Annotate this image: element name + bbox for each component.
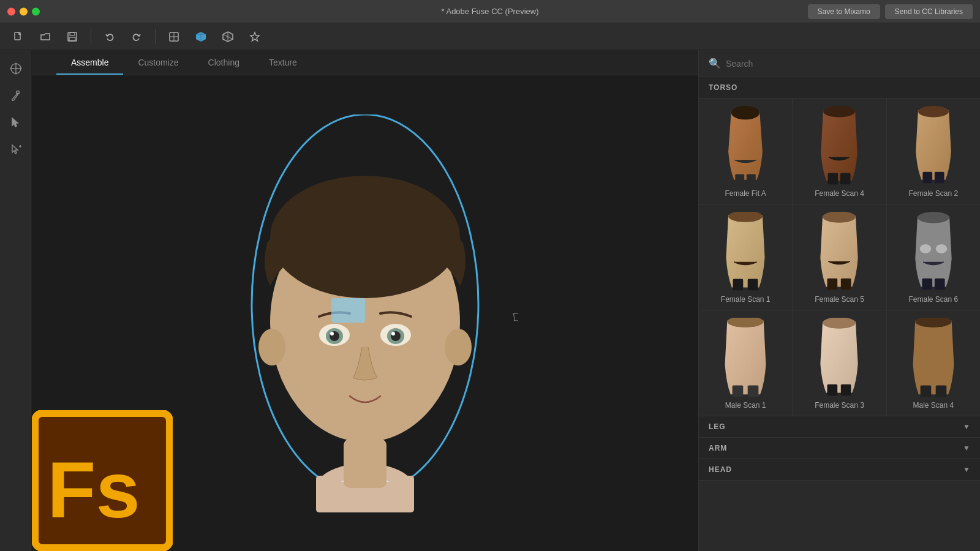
svg-point-66 [920, 244, 932, 253]
svg-point-21 [20, 68, 21, 70]
tab-customize[interactable]: Customize [123, 50, 193, 75]
torso-section-header[interactable]: TORSO [699, 77, 980, 99]
svg-rect-75 [920, 386, 931, 397]
part-female-scan-6[interactable]: Female Scan 6 [887, 204, 980, 310]
part-female-scan-3[interactable]: Female Scan 3 [793, 310, 886, 416]
arm-chevron: ▼ [963, 444, 970, 452]
head-label: HEAD [709, 465, 732, 474]
send-cc-button[interactable]: Send to CC Libraries [885, 4, 973, 19]
part-thumbnail [802, 212, 876, 291]
undo-icon[interactable] [101, 28, 118, 45]
search-input[interactable] [726, 59, 970, 69]
leg-section-header[interactable]: LEG ▼ [699, 416, 980, 438]
svg-rect-61 [827, 279, 838, 290]
svg-rect-52 [828, 173, 839, 185]
part-female-scan-5[interactable]: Female Scan 5 [793, 204, 886, 310]
svg-rect-53 [840, 173, 851, 185]
sidebar-paint-icon[interactable] [5, 84, 27, 107]
toolbar-divider-1 [91, 29, 91, 44]
leg-section: LEG ▼ [699, 416, 980, 438]
part-male-scan-1[interactable]: Male Scan 1 [699, 310, 792, 416]
svg-point-32 [258, 329, 285, 365]
canvas-area[interactable]: ☞ Fs [32, 75, 698, 551]
svg-point-51 [823, 106, 855, 118]
part-thumbnail [802, 106, 876, 186]
torso-grid: Female Fit A Female Scan [699, 99, 980, 416]
svg-point-54 [918, 106, 949, 118]
mesh-view-icon[interactable] [165, 28, 183, 45]
save-mixamo-button[interactable]: Save to Mixamo [808, 4, 880, 19]
new-icon[interactable] [10, 28, 27, 45]
head-section-header[interactable]: HEAD ▼ [699, 459, 980, 481]
part-thumbnail [897, 318, 970, 397]
maximize-button[interactable] [32, 7, 40, 15]
sidebar-transform-icon[interactable] [5, 58, 27, 80]
solid-cube-icon[interactable] [192, 28, 209, 45]
svg-marker-14 [251, 32, 259, 41]
leg-chevron: ▼ [963, 422, 970, 431]
torso-label: TORSO [709, 83, 737, 92]
svg-point-67 [936, 244, 948, 253]
arm-label: ARM [709, 444, 727, 452]
svg-rect-73 [841, 384, 851, 396]
head-chevron: ▼ [963, 465, 970, 474]
part-female-scan-1[interactable]: Female Scan 1 [699, 204, 792, 310]
minimize-button[interactable] [20, 7, 28, 15]
sidebar-select-icon[interactable] [5, 111, 27, 133]
close-button[interactable] [7, 7, 15, 15]
part-label: Male Scan 1 [725, 401, 766, 410]
svg-point-63 [918, 212, 949, 223]
tab-assemble[interactable]: Assemble [56, 50, 123, 75]
window-title: * Adobe Fuse CC (Preview) [442, 7, 539, 16]
part-female-scan-4[interactable]: Female Scan 4 [793, 99, 886, 204]
viewport[interactable]: Assemble Customize Clothing Texture [32, 50, 698, 551]
torso-section: TORSO Female Fit A [699, 77, 980, 416]
part-female-scan-2[interactable]: Female Scan 2 [887, 99, 980, 204]
arm-section-header[interactable]: ARM ▼ [699, 438, 980, 459]
tab-clothing[interactable]: Clothing [194, 50, 254, 75]
toolbar-divider-2 [155, 29, 156, 44]
svg-point-42 [391, 332, 395, 335]
svg-point-20 [10, 68, 12, 70]
part-label: Female Scan 4 [815, 189, 864, 198]
adobe-fuse-logo: Fs [32, 410, 173, 551]
part-female-fit-a[interactable]: Female Fit A [699, 99, 792, 204]
leg-label: LEG [709, 422, 726, 431]
svg-rect-49 [735, 174, 744, 184]
tabs: Assemble Customize Clothing Texture [32, 50, 698, 75]
part-label: Female Scan 1 [721, 295, 771, 304]
wire-cube-icon[interactable] [219, 28, 236, 45]
svg-point-18 [15, 63, 17, 65]
tab-texture[interactable]: Texture [254, 50, 312, 75]
svg-rect-50 [747, 174, 756, 184]
save-icon[interactable] [64, 28, 81, 45]
open-icon[interactable] [37, 28, 54, 45]
redo-icon[interactable] [128, 28, 145, 45]
svg-rect-64 [922, 279, 932, 290]
part-thumbnail [897, 106, 970, 186]
svg-rect-55 [922, 172, 932, 184]
sidebar-add-icon[interactable] [5, 138, 27, 160]
svg-rect-72 [827, 384, 838, 396]
part-male-scan-4[interactable]: Male Scan 4 [887, 310, 980, 416]
svg-point-33 [445, 329, 472, 365]
svg-rect-56 [935, 172, 944, 184]
svg-point-41 [330, 332, 334, 335]
svg-rect-76 [936, 386, 947, 397]
part-thumbnail [709, 318, 782, 397]
left-sidebar [0, 50, 32, 551]
svg-rect-3 [69, 37, 75, 40]
search-icon: 🔍 [709, 58, 721, 69]
right-panel: 🔍 TORSO [698, 50, 980, 551]
header-actions: Save to Mixamo Send to CC Libraries [808, 4, 973, 19]
svg-rect-69 [733, 386, 744, 397]
svg-rect-43 [331, 298, 365, 323]
arm-section: ARM ▼ [699, 438, 980, 459]
part-label: Female Scan 6 [908, 295, 958, 304]
favorites-icon[interactable] [246, 28, 263, 45]
part-label: Female Fit A [725, 189, 766, 198]
head-section: HEAD ▼ [699, 459, 980, 481]
svg-marker-23 [12, 118, 18, 127]
svg-marker-24 [12, 145, 18, 154]
svg-rect-59 [748, 279, 758, 291]
